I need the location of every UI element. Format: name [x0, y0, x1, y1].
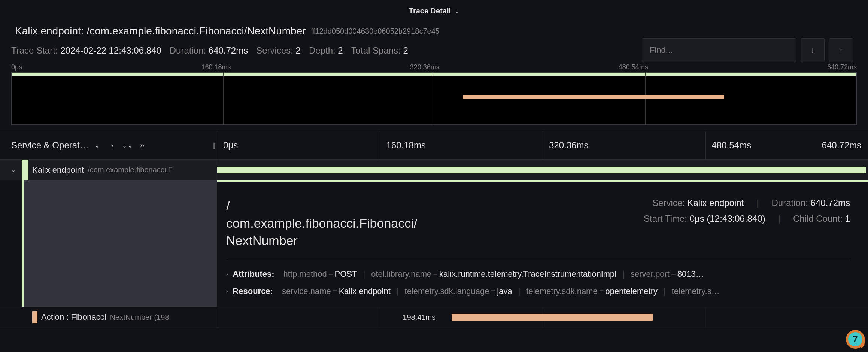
minimap-tick: 0μs [11, 63, 22, 71]
trace-start-value: 2024-02-22 12:43:06.840 [60, 45, 161, 55]
collapse-level-button[interactable]: ⌄⌄ [121, 139, 134, 152]
minimap-tick: 320.36ms [410, 63, 440, 71]
kv-pair: telemetry.sdk.language=java [405, 286, 512, 296]
span-duration-label: 198.41ms [403, 313, 435, 322]
minimap-span-bar [463, 95, 725, 99]
span-detail-panel: /com.example.fibonacci.Fibonacci/NextNum… [0, 180, 868, 307]
time-tick: 320.36ms [543, 131, 588, 159]
span-tree: ⌄ Kalix endpoint /com.example.fibonacci.… [0, 160, 868, 328]
kv-pair: telemetry.sdk.name=opentelemetry [526, 286, 658, 296]
detail-duration-label: Duration: [772, 198, 808, 208]
detail-service-value: Kalix endpoint [688, 198, 744, 208]
span-row[interactable]: ⌄ Kalix endpoint /com.example.fibonacci.… [0, 160, 868, 180]
minimap-tick: 640.72ms [827, 63, 857, 71]
chevron-down-icon: ⌄ [455, 8, 459, 14]
span-color-marker [32, 311, 37, 323]
span-service: Action : Fibonacci [41, 312, 106, 322]
detail-childcount-label: Child Count: [793, 213, 843, 224]
column-drag-handle-icon[interactable]: || [213, 142, 215, 149]
minimap-tick: 480.54ms [619, 63, 648, 71]
attributes-title: Attributes: [233, 269, 274, 279]
services-label: Services: [256, 45, 293, 55]
collapse-all-button[interactable]: ⌄ [91, 139, 104, 152]
chevron-right-icon[interactable]: › [226, 271, 228, 277]
detail-stats: Service: Kalix endpoint | Duration: 640.… [644, 198, 850, 224]
detail-childcount-value: 1 [845, 213, 850, 224]
depth-value: 2 [338, 45, 343, 55]
time-tick: 480.54ms [705, 131, 751, 159]
span-service: Kalix endpoint [32, 165, 84, 175]
span-row[interactable]: Action : Fibonacci NextNumber (198 198.4… [0, 307, 868, 328]
minimap-tick: 160.18ms [201, 63, 231, 71]
attributes-section[interactable]: › Attributes: http.method=POST|otel.libr… [226, 260, 850, 279]
find-next-button[interactable]: ↓ [801, 38, 825, 62]
trace-id: ff12dd050d004630e06052b2918c7e45 [311, 27, 440, 36]
total-spans-value: 2 [403, 45, 408, 55]
expand-level-button[interactable]: ›› [136, 139, 149, 152]
expand-button[interactable]: › [106, 139, 119, 152]
total-spans-label: Total Spans: [351, 45, 401, 55]
trace-start-label: Trace Start: [11, 45, 58, 55]
minimap-ticks: 0μs 160.18ms 320.36ms 480.54ms 640.72ms [11, 63, 857, 71]
resource-title: Resource: [233, 286, 273, 296]
span-bar[interactable] [217, 167, 866, 173]
time-tick: 640.72ms [816, 131, 861, 159]
detail-duration-value: 640.72ms [811, 198, 850, 208]
service-column-title: Service & Operat… [11, 140, 89, 151]
detail-starttime-value: 0μs (12:43:06.840) [690, 213, 765, 224]
find-prev-button[interactable]: ↑ [829, 38, 853, 62]
trace-title-line: Kalix endpoint: /com.example.fibonacci.F… [0, 20, 868, 40]
time-tick: 160.18ms [380, 131, 426, 159]
time-tick: 0μs [217, 131, 238, 159]
timeline-header: 0μs 160.18ms 320.36ms 480.54ms 640.72ms [217, 131, 868, 159]
trace-minimap[interactable] [11, 72, 857, 125]
page-header[interactable]: Trace Detail ⌄ [0, 0, 868, 20]
column-header: Service & Operat… ⌄ › ⌄⌄ ›› || 0μs 160.1… [0, 131, 868, 160]
resource-section[interactable]: › Resource: service.name=Kalix endpoint|… [226, 281, 850, 296]
detail-operation: /com.example.fibonacci.Fibonacci/NextNum… [226, 198, 417, 249]
page-title: Trace Detail [409, 7, 451, 15]
kv-pair: telemetry.s… [672, 286, 720, 296]
detail-service-label: Service: [652, 198, 685, 208]
span-operation: NextNumber (198 [110, 313, 169, 322]
find-bar: ↓ ↑ [642, 38, 853, 62]
span-bar[interactable] [452, 314, 653, 321]
find-input[interactable] [642, 38, 796, 62]
duration-label: Duration: [170, 45, 206, 55]
kv-pair: http.method=POST [283, 269, 357, 279]
span-operation: /com.example.fibonacci.F [88, 166, 173, 174]
kv-pair: otel.library.name=kalix.runtime.telemetr… [371, 269, 616, 279]
depth-label: Depth: [309, 45, 336, 55]
kv-pair: service.name=Kalix endpoint [282, 286, 391, 296]
service-column-header: Service & Operat… ⌄ › ⌄⌄ ›› || [0, 131, 217, 159]
kv-pair: server.port=8013… [631, 269, 704, 279]
trace-title: Kalix endpoint: /com.example.fibonacci.F… [15, 25, 306, 37]
detail-starttime-label: Start Time: [644, 213, 687, 224]
services-value: 2 [296, 45, 301, 55]
notification-badge[interactable]: 7 [847, 331, 864, 348]
chevron-right-icon[interactable]: › [226, 288, 228, 295]
expand-icon[interactable]: ⌄ [8, 166, 18, 173]
duration-value: 640.72ms [209, 45, 248, 55]
